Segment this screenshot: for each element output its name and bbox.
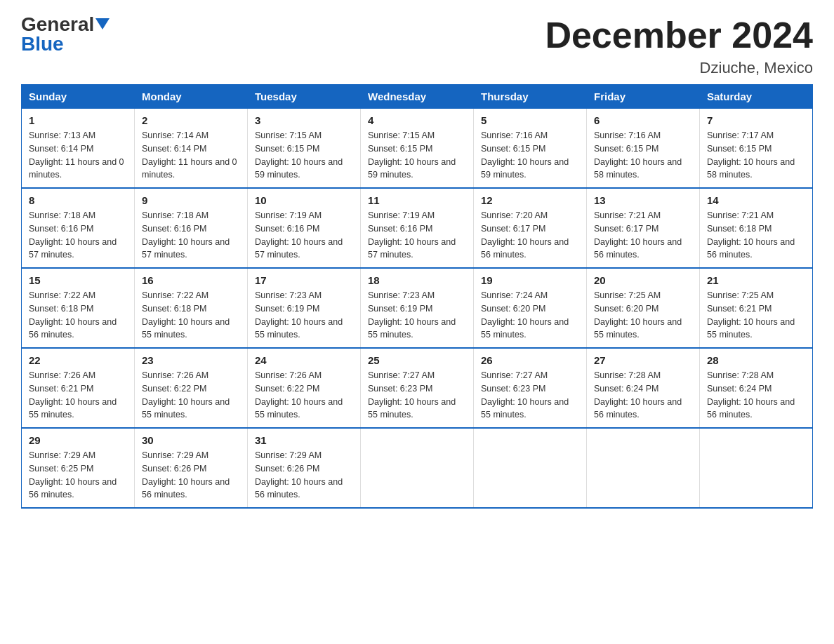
day-number: 8	[29, 194, 127, 206]
page-header: General Blue December 2024 Dziuche, Mexi…	[21, 14, 813, 77]
header-wednesday: Wednesday	[361, 85, 474, 109]
calendar-cell: 23 Sunrise: 7:26 AMSunset: 6:22 PMDaylig…	[135, 348, 248, 428]
day-info: Sunrise: 7:25 AMSunset: 6:20 PMDaylight:…	[594, 289, 692, 342]
calendar-cell: 15 Sunrise: 7:22 AMSunset: 6:18 PMDaylig…	[22, 268, 135, 348]
day-number: 9	[142, 194, 240, 206]
day-number: 28	[707, 354, 805, 366]
day-info: Sunrise: 7:15 AMSunset: 6:15 PMDaylight:…	[255, 129, 353, 182]
day-number: 23	[142, 354, 240, 366]
header-thursday: Thursday	[474, 85, 587, 109]
day-number: 22	[29, 354, 127, 366]
calendar-cell	[474, 428, 587, 508]
header-tuesday: Tuesday	[248, 85, 361, 109]
logo-arrow-icon	[95, 18, 110, 32]
day-info: Sunrise: 7:26 AMSunset: 6:22 PMDaylight:…	[255, 369, 353, 422]
day-info: Sunrise: 7:18 AMSunset: 6:16 PMDaylight:…	[142, 209, 240, 262]
calendar-cell: 1 Sunrise: 7:13 AMSunset: 6:14 PMDayligh…	[22, 109, 135, 189]
day-number: 2	[142, 114, 240, 126]
day-number: 29	[29, 434, 127, 446]
calendar-cell: 11 Sunrise: 7:19 AMSunset: 6:16 PMDaylig…	[361, 188, 474, 268]
calendar-cell: 10 Sunrise: 7:19 AMSunset: 6:16 PMDaylig…	[248, 188, 361, 268]
logo: General Blue	[21, 14, 110, 55]
day-number: 13	[594, 194, 692, 206]
calendar-title: December 2024	[545, 14, 813, 56]
calendar-cell: 8 Sunrise: 7:18 AMSunset: 6:16 PMDayligh…	[22, 188, 135, 268]
header-monday: Monday	[135, 85, 248, 109]
day-number: 18	[368, 274, 466, 286]
calendar-cell: 18 Sunrise: 7:23 AMSunset: 6:19 PMDaylig…	[361, 268, 474, 348]
day-info: Sunrise: 7:19 AMSunset: 6:16 PMDaylight:…	[368, 209, 466, 262]
calendar-cell: 13 Sunrise: 7:21 AMSunset: 6:17 PMDaylig…	[587, 188, 700, 268]
day-info: Sunrise: 7:24 AMSunset: 6:20 PMDaylight:…	[481, 289, 579, 342]
calendar-week-row: 8 Sunrise: 7:18 AMSunset: 6:16 PMDayligh…	[22, 188, 813, 268]
svg-marker-0	[95, 18, 110, 29]
calendar-cell: 17 Sunrise: 7:23 AMSunset: 6:19 PMDaylig…	[248, 268, 361, 348]
day-info: Sunrise: 7:18 AMSunset: 6:16 PMDaylight:…	[29, 209, 127, 262]
header-saturday: Saturday	[700, 85, 813, 109]
calendar-week-row: 22 Sunrise: 7:26 AMSunset: 6:21 PMDaylig…	[22, 348, 813, 428]
calendar-cell	[700, 428, 813, 508]
day-info: Sunrise: 7:15 AMSunset: 6:15 PMDaylight:…	[368, 129, 466, 182]
calendar-cell	[361, 428, 474, 508]
calendar-cell: 20 Sunrise: 7:25 AMSunset: 6:20 PMDaylig…	[587, 268, 700, 348]
day-info: Sunrise: 7:13 AMSunset: 6:14 PMDaylight:…	[29, 129, 127, 182]
day-number: 3	[255, 114, 353, 126]
day-info: Sunrise: 7:16 AMSunset: 6:15 PMDaylight:…	[481, 129, 579, 182]
calendar-cell: 12 Sunrise: 7:20 AMSunset: 6:17 PMDaylig…	[474, 188, 587, 268]
day-number: 20	[594, 274, 692, 286]
calendar-cell: 28 Sunrise: 7:28 AMSunset: 6:24 PMDaylig…	[700, 348, 813, 428]
day-info: Sunrise: 7:20 AMSunset: 6:17 PMDaylight:…	[481, 209, 579, 262]
day-number: 17	[255, 274, 353, 286]
header-sunday: Sunday	[22, 85, 135, 109]
calendar-cell: 9 Sunrise: 7:18 AMSunset: 6:16 PMDayligh…	[135, 188, 248, 268]
day-info: Sunrise: 7:28 AMSunset: 6:24 PMDaylight:…	[707, 369, 805, 422]
day-info: Sunrise: 7:16 AMSunset: 6:15 PMDaylight:…	[594, 129, 692, 182]
day-number: 27	[594, 354, 692, 366]
day-info: Sunrise: 7:27 AMSunset: 6:23 PMDaylight:…	[368, 369, 466, 422]
day-number: 25	[368, 354, 466, 366]
day-number: 30	[142, 434, 240, 446]
calendar-cell: 29 Sunrise: 7:29 AMSunset: 6:25 PMDaylig…	[22, 428, 135, 508]
day-info: Sunrise: 7:22 AMSunset: 6:18 PMDaylight:…	[142, 289, 240, 342]
day-info: Sunrise: 7:25 AMSunset: 6:21 PMDaylight:…	[707, 289, 805, 342]
day-number: 1	[29, 114, 127, 126]
day-info: Sunrise: 7:21 AMSunset: 6:17 PMDaylight:…	[594, 209, 692, 262]
day-info: Sunrise: 7:26 AMSunset: 6:21 PMDaylight:…	[29, 369, 127, 422]
calendar-cell: 16 Sunrise: 7:22 AMSunset: 6:18 PMDaylig…	[135, 268, 248, 348]
calendar-cell: 19 Sunrise: 7:24 AMSunset: 6:20 PMDaylig…	[474, 268, 587, 348]
day-number: 19	[481, 274, 579, 286]
day-number: 4	[368, 114, 466, 126]
day-number: 6	[594, 114, 692, 126]
calendar-cell: 26 Sunrise: 7:27 AMSunset: 6:23 PMDaylig…	[474, 348, 587, 428]
calendar-cell: 14 Sunrise: 7:21 AMSunset: 6:18 PMDaylig…	[700, 188, 813, 268]
day-number: 26	[481, 354, 579, 366]
logo-blue: Blue	[21, 33, 64, 55]
calendar-cell	[587, 428, 700, 508]
calendar-week-row: 29 Sunrise: 7:29 AMSunset: 6:25 PMDaylig…	[22, 428, 813, 508]
calendar-subtitle: Dziuche, Mexico	[545, 59, 813, 77]
calendar-cell: 4 Sunrise: 7:15 AMSunset: 6:15 PMDayligh…	[361, 109, 474, 189]
header-friday: Friday	[587, 85, 700, 109]
day-number: 11	[368, 194, 466, 206]
calendar-cell: 22 Sunrise: 7:26 AMSunset: 6:21 PMDaylig…	[22, 348, 135, 428]
calendar-cell: 5 Sunrise: 7:16 AMSunset: 6:15 PMDayligh…	[474, 109, 587, 189]
calendar-cell: 21 Sunrise: 7:25 AMSunset: 6:21 PMDaylig…	[700, 268, 813, 348]
day-info: Sunrise: 7:28 AMSunset: 6:24 PMDaylight:…	[594, 369, 692, 422]
calendar-cell: 7 Sunrise: 7:17 AMSunset: 6:15 PMDayligh…	[700, 109, 813, 189]
day-number: 5	[481, 114, 579, 126]
day-info: Sunrise: 7:29 AMSunset: 6:26 PMDaylight:…	[255, 449, 353, 502]
title-block: December 2024 Dziuche, Mexico	[545, 14, 813, 77]
day-info: Sunrise: 7:23 AMSunset: 6:19 PMDaylight:…	[368, 289, 466, 342]
day-info: Sunrise: 7:23 AMSunset: 6:19 PMDaylight:…	[255, 289, 353, 342]
calendar-cell: 24 Sunrise: 7:26 AMSunset: 6:22 PMDaylig…	[248, 348, 361, 428]
day-number: 14	[707, 194, 805, 206]
day-number: 24	[255, 354, 353, 366]
calendar-week-row: 1 Sunrise: 7:13 AMSunset: 6:14 PMDayligh…	[22, 109, 813, 189]
calendar-week-row: 15 Sunrise: 7:22 AMSunset: 6:18 PMDaylig…	[22, 268, 813, 348]
day-info: Sunrise: 7:22 AMSunset: 6:18 PMDaylight:…	[29, 289, 127, 342]
day-number: 10	[255, 194, 353, 206]
day-info: Sunrise: 7:17 AMSunset: 6:15 PMDaylight:…	[707, 129, 805, 182]
day-info: Sunrise: 7:19 AMSunset: 6:16 PMDaylight:…	[255, 209, 353, 262]
calendar-cell: 25 Sunrise: 7:27 AMSunset: 6:23 PMDaylig…	[361, 348, 474, 428]
day-info: Sunrise: 7:29 AMSunset: 6:26 PMDaylight:…	[142, 449, 240, 502]
